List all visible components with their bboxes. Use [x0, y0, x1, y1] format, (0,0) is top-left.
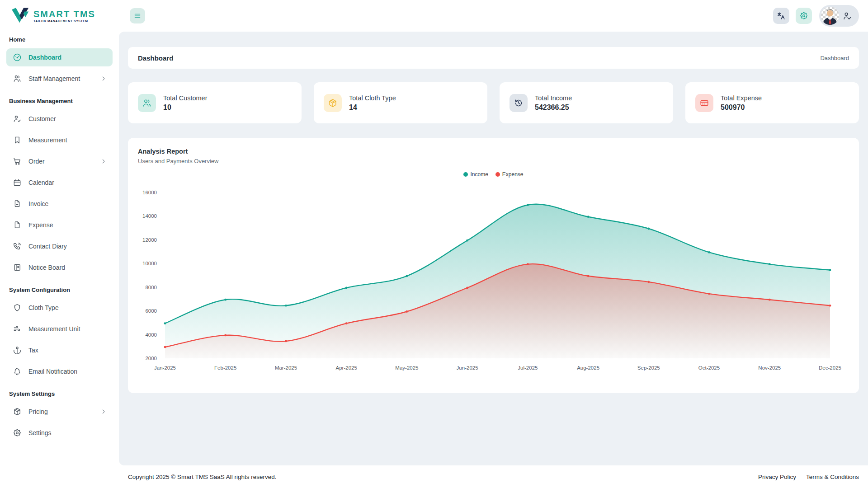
page-content: Dashboard Dashboard Total Customer10Tota… [119, 32, 868, 465]
sidebar-section-system-settings: System Settings [9, 390, 113, 397]
expense-point [587, 275, 590, 277]
x-axis-tick: Nov-2025 [758, 365, 781, 371]
sidebar-item-measurement[interactable]: Measurement [6, 131, 113, 149]
y-axis-tick: 16000 [142, 190, 157, 195]
chart-title: Analysis Report [138, 148, 188, 155]
legend-label: Income [470, 171, 488, 178]
users-group-icon [138, 94, 156, 112]
income-point [466, 239, 468, 242]
stat-value: 500970 [721, 103, 762, 112]
sidebar-item-label: Email Notification [28, 368, 107, 375]
brand-name: SMART TMS [33, 9, 95, 19]
sidebar-item-cloth-type[interactable]: Cloth Type [6, 299, 113, 317]
sidebar-item-staff-management[interactable]: Staff Management [6, 70, 113, 88]
footer-link-terms-conditions[interactable]: Terms & Conditions [806, 474, 859, 480]
income-point [164, 322, 166, 324]
legend-item-expense[interactable]: Expense [495, 171, 524, 178]
expense-point [345, 322, 348, 324]
sidebar-section-home: Home [9, 36, 113, 43]
legend-item-income[interactable]: Income [463, 171, 488, 178]
sidebar-item-label: Dashboard [28, 54, 107, 61]
shield-icon [13, 303, 22, 312]
brand-tagline: TAILOR MANAGEMENT SYSTEM [33, 19, 95, 23]
x-axis-tick: Oct-2025 [698, 365, 720, 371]
sidebar-item-label: Contact Diary [28, 243, 107, 250]
footer-links: Privacy PolicyTerms & Conditions [758, 474, 859, 480]
stat-card-total-customer: Total Customer10 [128, 82, 302, 123]
sidebar-item-label: Measurement Unit [28, 325, 107, 333]
profile-menu[interactable] [819, 5, 859, 27]
file-icon [13, 221, 22, 230]
user-check-icon [842, 11, 852, 21]
translate-icon [777, 11, 786, 20]
y-axis-tick: 6000 [145, 308, 157, 314]
x-axis-tick: Mar-2025 [275, 365, 297, 371]
app-root: SMART TMS TAILOR MANAGEMENT SYSTEM HomeD… [0, 0, 868, 488]
y-axis-tick: 14000 [142, 213, 157, 219]
x-axis-tick: Sep-2025 [637, 365, 660, 371]
sidebar-item-calendar[interactable]: Calendar [6, 174, 113, 192]
expense-point [647, 281, 650, 283]
chevron-right-icon [100, 408, 107, 415]
stats-row: Total Customer10Total Cloth Type14Total … [128, 82, 859, 123]
copyright-text: Copyright 2025 © Smart TMS SaaS All righ… [128, 474, 277, 480]
sidebar-item-pricing[interactable]: Pricing [6, 403, 113, 421]
sidebar-item-notice-board[interactable]: Notice Board [6, 258, 113, 277]
income-point [345, 287, 348, 289]
sidebar-item-email-notification[interactable]: Email Notification [6, 362, 113, 380]
sidebar-item-label: Staff Management [28, 75, 100, 82]
sidebar-item-invoice[interactable]: Invoice [6, 195, 113, 213]
sidebar-item-label: Settings [28, 429, 107, 436]
breadcrumb[interactable]: Dashboard [820, 55, 849, 61]
y-axis-tick: 10000 [142, 261, 157, 266]
sidebar-item-expense[interactable]: Expense [6, 216, 113, 234]
sidebar-item-customer[interactable]: Customer [6, 110, 113, 128]
cart-icon [13, 157, 22, 166]
sidebar-item-label: Notice Board [28, 264, 107, 271]
calendar-icon [13, 178, 22, 187]
language-button[interactable] [773, 8, 789, 24]
expense-point [285, 340, 287, 343]
settings-button[interactable] [796, 8, 812, 24]
x-axis-tick: Jul-2025 [518, 365, 538, 371]
x-axis-tick: Aug-2025 [577, 365, 599, 371]
page-header-card: Dashboard Dashboard [128, 47, 859, 69]
sidebar-item-label: Expense [28, 221, 107, 229]
topbar [119, 0, 868, 32]
stat-card-total-cloth-type: Total Cloth Type14 [314, 82, 487, 123]
expense-point [406, 310, 408, 313]
sidebar-item-label: Order [28, 158, 100, 165]
sidebar-section-system-configuration: System Configuration [9, 286, 113, 293]
sidebar-item-settings[interactable]: Settings [6, 424, 113, 442]
footer: Copyright 2025 © Smart TMS SaaS All righ… [119, 465, 868, 488]
gear-icon [799, 11, 808, 20]
chevron-right-icon [100, 75, 107, 82]
package-icon [13, 407, 22, 416]
brand-logo[interactable]: SMART TMS TAILOR MANAGEMENT SYSTEM [6, 0, 113, 32]
chart-legend: IncomeExpense [128, 171, 859, 178]
menu-toggle-button[interactable] [130, 8, 145, 23]
sidebar-item-label: Cloth Type [28, 304, 107, 311]
income-point [527, 204, 529, 206]
analysis-report-card: Analysis Report Users and Payments Overv… [128, 138, 859, 393]
legend-dot-icon [463, 172, 468, 177]
sidebar-item-contact-diary[interactable]: Contact Diary [6, 237, 113, 255]
bell-icon [13, 367, 22, 376]
expense-point [769, 299, 771, 301]
sidebar-item-measurement-unit[interactable]: Measurement Unit [6, 320, 113, 338]
user-check-icon [13, 114, 22, 123]
sidebar-item-tax[interactable]: Tax [6, 341, 113, 359]
footer-link-privacy-policy[interactable]: Privacy Policy [758, 474, 796, 480]
page-title: Dashboard [138, 54, 173, 62]
sidebar-section-business-management: Business Management [9, 98, 113, 104]
sidebar: SMART TMS TAILOR MANAGEMENT SYSTEM HomeD… [0, 0, 119, 488]
expense-point [164, 346, 166, 348]
anchor-icon [13, 346, 22, 355]
income-point [406, 275, 408, 277]
sidebar-item-order[interactable]: Order [6, 152, 113, 170]
expense-point [829, 305, 831, 307]
sidebar-item-dashboard[interactable]: Dashboard [6, 48, 113, 66]
x-axis-tick: Apr-2025 [336, 365, 357, 371]
expense-point [466, 287, 468, 289]
chart-subtitle: Users and Payments Overview [138, 158, 218, 164]
